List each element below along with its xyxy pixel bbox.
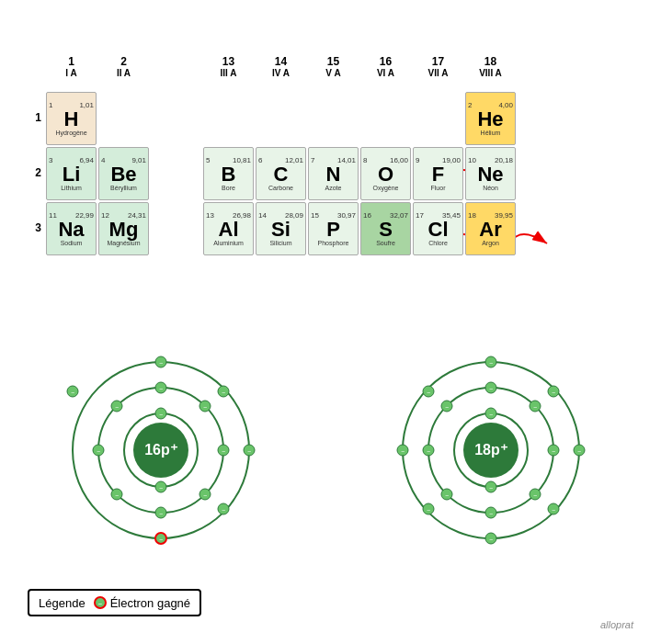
- atomic-num-He: 2: [468, 101, 472, 109]
- svg-text:−: −: [97, 448, 100, 455]
- element-name-B: Bore: [222, 185, 235, 191]
- row-label-2: 2: [18, 166, 41, 179]
- svg-text:−: −: [222, 390, 225, 396]
- group-num-17: 17: [413, 55, 463, 68]
- svg-text:−: −: [427, 448, 430, 455]
- svg-text:−: −: [489, 537, 493, 543]
- element-Li: 36,94LiLithium: [46, 147, 97, 200]
- atomic-num-Al: 13: [206, 211, 214, 220]
- atomic-num-F: 9: [416, 156, 419, 164]
- element-Na: 1122,99NaSodium: [46, 202, 97, 255]
- group-num-13: 13: [203, 55, 254, 68]
- svg-text:18p⁺: 18p⁺: [474, 442, 508, 458]
- symbol-Li: Li: [63, 164, 81, 185]
- svg-text:−: −: [222, 448, 225, 455]
- group-sub-16: VI A: [360, 68, 411, 78]
- atomic-num-Ne: 10: [468, 156, 476, 164]
- element-N: 714,01NAzote: [308, 147, 359, 200]
- element-P: 1530,97PPhosphore: [308, 202, 359, 255]
- svg-text:−: −: [552, 507, 555, 514]
- atoms-container: 16p⁺ − − − − − − − − − − −: [0, 331, 661, 579]
- symbol-Be: Be: [110, 164, 136, 185]
- group-num-15: 15: [308, 55, 359, 68]
- symbol-O: O: [378, 164, 393, 185]
- svg-text:−: −: [159, 360, 163, 367]
- svg-text:−: −: [71, 390, 74, 396]
- group-num-18: 18: [465, 55, 516, 68]
- element-name-He: Hélium: [481, 130, 501, 136]
- svg-text:−: −: [445, 492, 449, 499]
- main-container: 1I A2II A13III A14IV A15V A16VI A17VII A…: [0, 0, 661, 644]
- atomic-num-Cl: 17: [416, 211, 424, 220]
- atomic-num-Li: 3: [49, 156, 52, 164]
- atomic-num-Ar: 18: [468, 211, 476, 220]
- symbol-C: C: [274, 164, 289, 185]
- element-He: 24,00HeHélium: [465, 92, 516, 145]
- symbol-Cl: Cl: [428, 220, 449, 240]
- atomic-num-H: 1: [49, 101, 52, 109]
- element-O: 816,00OOxygène: [360, 147, 411, 200]
- svg-text:−: −: [552, 448, 555, 455]
- element-C: 612,01CCarbone: [256, 147, 306, 200]
- legend-electron-icon: − Électron gagné: [93, 595, 190, 610]
- element-Mg: 1224,31MgMagnésium: [98, 202, 149, 255]
- svg-text:−: −: [489, 511, 493, 517]
- element-B: 510,81BBore: [203, 147, 254, 200]
- element-name-Mg: Magnésium: [107, 240, 140, 246]
- svg-text:−: −: [577, 448, 581, 455]
- symbol-He: He: [477, 109, 503, 130]
- legend-label: Légende: [39, 596, 85, 610]
- element-H: 11,01HHydrogène: [46, 92, 97, 145]
- symbol-P: P: [326, 220, 340, 240]
- element-name-H: Hydrogène: [55, 130, 86, 136]
- svg-text:−: −: [203, 492, 207, 499]
- group-num-2: 2: [98, 55, 149, 68]
- element-Cl: 1735,45ClChlore: [413, 202, 463, 255]
- element-name-O: Oxygène: [372, 185, 398, 191]
- element-Ne: 1020,18NeNéon: [465, 147, 516, 200]
- symbol-Mg: Mg: [109, 220, 139, 240]
- svg-text:−: −: [489, 386, 493, 392]
- symbol-Si: Si: [271, 220, 291, 240]
- legend: Légende − Électron gagné: [28, 589, 201, 616]
- svg-text:−: −: [427, 390, 430, 396]
- svg-text:−: −: [533, 492, 537, 499]
- atomic-num-Be: 4: [101, 156, 105, 164]
- atomic-num-B: 5: [206, 156, 210, 164]
- svg-text:−: −: [159, 386, 163, 392]
- element-Be: 49,01BeBéryllium: [98, 147, 149, 200]
- svg-text:−: −: [247, 448, 251, 455]
- atomic-num-P: 15: [311, 211, 319, 220]
- element-name-Na: Sodium: [61, 240, 83, 246]
- group-sub-14: IV A: [256, 68, 306, 78]
- row-label-3: 3: [18, 221, 41, 234]
- element-name-Ne: Néon: [483, 185, 498, 191]
- svg-text:−: −: [401, 448, 405, 455]
- symbol-N: N: [326, 164, 341, 185]
- svg-text:−: −: [159, 485, 163, 491]
- symbol-Na: Na: [58, 220, 84, 240]
- group-sub-2: II A: [98, 68, 149, 78]
- svg-text:16p⁺: 16p⁺: [144, 442, 178, 458]
- symbol-S: S: [379, 220, 393, 240]
- element-Si: 1428,09SiSilicium: [256, 202, 306, 255]
- symbol-B: B: [222, 164, 236, 185]
- element-Al: 1326,98AlAluminium: [203, 202, 254, 255]
- element-name-Ar: Argon: [482, 240, 499, 246]
- atomic-num-C: 6: [258, 156, 262, 164]
- svg-text:−: −: [97, 600, 102, 608]
- svg-text:−: −: [489, 412, 493, 418]
- atomic-mass-F: 19,00: [442, 156, 461, 164]
- svg-text:−: −: [489, 485, 493, 491]
- electron-gained-icon: −: [93, 595, 108, 610]
- svg-text:−: −: [427, 507, 430, 514]
- atomic-num-Si: 14: [258, 211, 267, 220]
- svg-text:−: −: [115, 492, 119, 499]
- watermark: alloprat: [600, 619, 633, 630]
- element-F: 919,00FFluor: [413, 147, 463, 200]
- svg-text:−: −: [533, 404, 537, 411]
- element-name-S: Soufre: [376, 240, 395, 246]
- group-num-14: 14: [256, 55, 306, 68]
- svg-text:−: −: [552, 390, 555, 396]
- group-sub-13: III A: [203, 68, 254, 78]
